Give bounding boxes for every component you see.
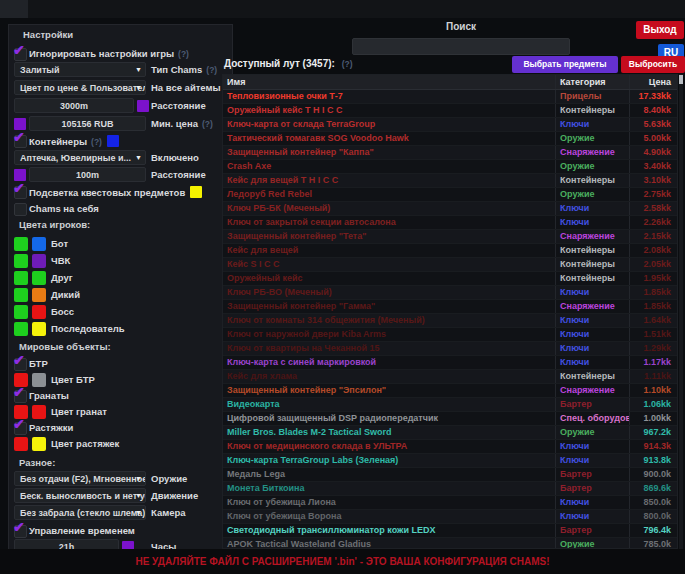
checkbox[interactable]: ✔ [14,525,27,538]
color-swatch[interactable] [14,322,28,336]
color-swatch[interactable] [32,322,46,336]
color-swatch[interactable] [14,254,28,268]
loot-item-price: 3.10kk [629,174,675,187]
table-row[interactable]: Кейс для вещей T H I C CКонтейнеры3.10kk [223,174,677,188]
loot-item-category: Ключи [555,202,629,215]
color-swatch[interactable] [32,305,46,319]
search-input[interactable] [352,38,570,55]
value-input[interactable]: 105156 RUB [29,116,146,131]
loot-item-category: Оружие [555,426,629,439]
table-row[interactable]: Кейс S I C CКонтейнеры2.05kk [223,258,677,272]
table-row[interactable]: Crash AxeОружие3.40kk [223,160,677,174]
table-row[interactable]: Ключ-карта от склада TerraGroupКлючи5.63… [223,118,677,132]
checkbox[interactable]: ✔ [14,358,27,371]
checkbox[interactable]: ✔ [14,48,27,61]
dropdown[interactable]: Залитый▼ [14,62,146,77]
table-row[interactable]: Ключ от наружной двери Kiba ArmsКлючи1.5… [223,328,677,342]
color-swatch[interactable] [14,237,28,251]
help-icon[interactable]: (?) [178,49,189,59]
checkbox[interactable] [14,203,27,216]
settings-row: Цвет по цене & Пользователь▼На все айтем… [9,80,234,96]
table-row[interactable]: Медаль LegaБартер900.0k [223,468,677,482]
table-row[interactable]: Miller Bros. Blades M-2 Tactical SwordОр… [223,426,677,440]
table-row[interactable]: Ключ-карта TerraGroup Labs (Зеленая)Ключ… [223,454,677,468]
loot-item-price: 1.11kk [629,370,675,383]
table-row[interactable]: Оружейный кейсКонтейнеры1.95kk [223,272,677,286]
settings-label: Последователь [51,323,125,335]
kappa-items-button[interactable]: Выбрать предметы каппа [512,56,618,73]
color-swatch[interactable] [14,437,28,451]
table-row[interactable]: Ключ от комнаты 314 общежития (Меченый)К… [223,314,677,328]
color-swatch[interactable] [190,186,202,198]
color-swatch[interactable] [32,288,46,302]
dropdown[interactable]: Без забрала (стекло шлема)▼ [14,505,146,520]
color-swatch[interactable] [107,135,119,147]
table-row[interactable]: Ключ от квартиры на Чеканной 15Ключи1.29… [223,342,677,356]
value-input[interactable]: 100m [29,167,146,182]
loot-item-price: 1.85kk [629,300,675,313]
dropdown[interactable]: Беск. выносливость и нет уста▼ [14,488,146,503]
checkbox[interactable]: ✔ [14,135,27,148]
table-row[interactable]: Защищенный контейнер "Каппа"Снаряжение4.… [223,146,677,160]
color-swatch[interactable] [32,254,46,268]
table-row[interactable]: Защищенный контейнер "Гамма"Снаряжение1.… [223,300,677,314]
world-object-row: ✔Гранаты [9,388,234,404]
table-row[interactable]: Оружейный кейс T H I C CКонтейнеры8.40kk [223,104,677,118]
table-row[interactable]: Защищенный контейнер "Эпсилон"Снаряжение… [223,384,677,398]
table-row[interactable]: Кейс для вещейКонтейнеры2.08kk [223,244,677,258]
table-row[interactable]: Кейс для хламаКонтейнеры1.11kk [223,370,677,384]
loot-table-header: Имя Категория Цена [223,75,677,90]
discard-all-button[interactable]: Выбросить все [621,56,685,73]
table-row[interactable]: Ключ от убежища ЛионаКлючи850.0k [223,496,677,510]
checkbox[interactable]: ✔ [14,422,27,435]
table-row[interactable]: Монета БиткоинаБартер869.6k [223,482,677,496]
color-swatch[interactable] [32,437,46,451]
loot-item-name: Crash Axe [223,160,555,173]
world-object-row: ✔БТР [9,356,234,372]
table-row[interactable]: Ключ РБ-БК (Меченый)Ключи2.58kk [223,202,677,216]
help-icon[interactable]: (?) [206,65,217,75]
settings-label: Камера [151,507,186,519]
table-row[interactable]: Ледоруб Red RebelОружие2.75kk [223,188,677,202]
table-row[interactable]: Тепловизионные очки Т-7Прицелы17.33kk [223,90,677,104]
scrollbar-track[interactable] [679,74,683,549]
color-swatch[interactable] [137,100,149,112]
loot-item-price: 4.90kk [629,146,675,159]
color-swatch[interactable] [14,288,28,302]
settings-row: 3000mРасстояние [9,98,234,114]
exit-button[interactable]: Выход [636,21,684,39]
loot-item-name: Ключ от убежища Лиона [223,496,555,509]
checkbox[interactable]: ✔ [14,186,27,199]
table-row[interactable]: Ключ-карта с синей маркировкойКлючи1.17k… [223,356,677,370]
dropdown[interactable]: Цвет по цене & Пользователь▼ [14,80,146,95]
color-swatch[interactable] [32,405,46,419]
dropdown[interactable]: Аптечка, Ювелирные и...▼ [14,150,146,165]
table-row[interactable]: Ключ от медицинского склада в УЛЬТРАКлюч… [223,440,677,454]
table-row[interactable]: Защищенный контейнер "Тета"Снаряжение2.1… [223,230,677,244]
help-icon[interactable]: (?) [202,119,213,129]
color-swatch[interactable] [32,373,46,387]
help-icon[interactable]: (?) [342,59,353,69]
table-row[interactable]: Ключ от убежища ВоронаКлючи800.0k [223,510,677,524]
help-icon[interactable]: (?) [91,137,102,147]
table-row[interactable]: APOK Tactical Wasteland GladiusОружие785… [223,538,677,549]
table-row[interactable]: Ключ от закрытой секции автосалонаКлючи2… [223,216,677,230]
color-swatch[interactable] [32,237,46,251]
loot-item-category: Ключи [555,342,629,355]
color-swatch[interactable] [14,271,28,285]
table-row[interactable]: Тактический томагавк SOG Voodoo HawkОруж… [223,132,677,146]
loot-item-price: 796.4k [629,524,675,537]
value-input[interactable]: 3000m [14,98,134,113]
scrollbar-thumb[interactable] [679,75,683,84]
table-row[interactable]: Цифровой защищенный DSP радиопередатчикС… [223,412,677,426]
header-category: Категория [555,75,629,89]
dropdown[interactable]: Без отдачи (F2), Мгновенное п▼ [14,471,146,486]
color-swatch[interactable] [32,271,46,285]
checkbox[interactable]: ✔ [14,390,27,403]
table-row[interactable]: Ключ РБ-ВО (Меченый)Ключи1.85kk [223,286,677,300]
table-row[interactable]: ВидеокартаБартер1.06kk [223,398,677,412]
color-swatch[interactable] [14,305,28,319]
loot-item-price: 914.3k [629,440,675,453]
loot-item-category: Снаряжение [555,146,629,159]
table-row[interactable]: Светодиодный трансиллюминатор кожи LEDXБ… [223,524,677,538]
